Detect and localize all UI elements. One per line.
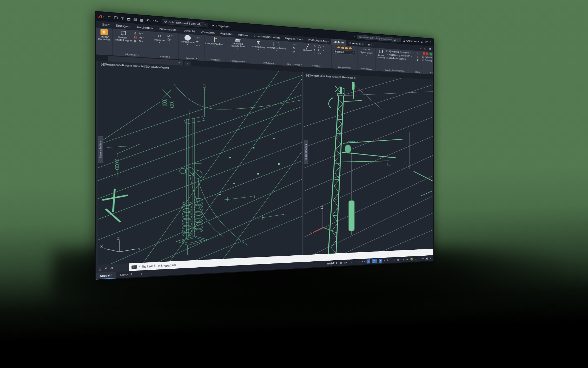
- letzte-ansicht-button[interactable]: ❏ Letzte Ansicht: [376, 49, 386, 59]
- open-file-icon[interactable]: ❒: [114, 16, 118, 20]
- slash-switch-icon[interactable]: ╱▾: [318, 52, 321, 55]
- edit-mast-icon[interactable]: ⊕: [196, 40, 200, 43]
- filter-icon[interactable]: ≋: [422, 257, 424, 260]
- sign-in-button[interactable]: Anmelden ▾: [403, 39, 419, 43]
- graphics-performance-icon[interactable]: [411, 258, 413, 260]
- print-icon[interactable]: ▦: [140, 18, 143, 22]
- viewport-wireframe[interactable]: [-][Benutzerdefinierte Ansicht][2D-Draht…: [98, 61, 302, 265]
- annotation-scale[interactable]: 1:1▾: [391, 258, 395, 262]
- objekt-objekt-button[interactable]: Objekt-Objekt ▾: [358, 51, 374, 57]
- doc-export-icon[interactable]: [433, 53, 433, 56]
- assembly-helmet-icons[interactable]: [337, 46, 352, 50]
- units-icon[interactable]: Dc: [406, 257, 409, 261]
- lock-a-icon[interactable]: Ω●▾: [167, 34, 173, 37]
- close-icon[interactable]: ✕: [429, 47, 431, 50]
- bolt-switch-icon[interactable]: ↯: [322, 49, 325, 51]
- properties-palette-tab[interactable]: Eigenschaften: [304, 140, 308, 164]
- ortho-mode-icon[interactable]: ∟: [351, 260, 354, 264]
- object-snap-tracking-icon[interactable]: ⌖: [384, 259, 385, 262]
- static-load-icon[interactable]: ⇣: [416, 52, 418, 55]
- ankerbolzen-button[interactable]: Block mit Ankerbolzen ▾: [226, 38, 249, 51]
- new-file-icon[interactable]: ▢: [108, 15, 111, 19]
- bahnstromleitung-button[interactable]: |⌒| Bahnstromleitung ▾: [267, 41, 287, 53]
- annotation-monitor-icon[interactable]: ＋: [402, 258, 405, 261]
- globe-tool-icon[interactable]: ◍: [134, 39, 137, 43]
- grid-display-icon[interactable]: ▦: [340, 261, 342, 265]
- properties-palette-tab[interactable]: Eigenschaften: [98, 136, 103, 163]
- projekteinstellungen-button[interactable]: ❒ Projekt- einstellungen: [114, 30, 133, 42]
- flag-b-icon[interactable]: ⚑▾: [293, 47, 296, 50]
- autodesk-icon[interactable]: Ⓐ: [425, 40, 428, 44]
- 3d-osnap-icon[interactable]: Å: [387, 259, 388, 262]
- posts-icon[interactable]: ‖▾: [293, 50, 296, 53]
- pdf-import-icon[interactable]: [426, 52, 428, 55]
- tab-close-icon[interactable]: ✕: [178, 61, 180, 64]
- customize-gear-icon[interactable]: ⚙: [110, 266, 114, 270]
- autocad-logo-icon[interactable]: A: [98, 14, 103, 20]
- leuchtenaufsatz-button[interactable]: Leuchtenaufsatz ▾: [206, 36, 224, 48]
- flag-a-icon[interactable]: ⚐▾: [293, 43, 296, 46]
- isodraft-icon[interactable]: ✕▾: [361, 260, 365, 264]
- pdf-export-icon[interactable]: [423, 52, 425, 55]
- undo-icon[interactable]: ↶▾: [146, 18, 151, 22]
- half-switch-icon[interactable]: ◔: [322, 45, 325, 48]
- minimize-icon[interactable]: –: [420, 47, 421, 50]
- stamp-tool-icon[interactable]: ✎▾: [138, 32, 143, 35]
- swap-tool-icon[interactable]: ⋈▾: [138, 36, 143, 39]
- search-icon[interactable]: [394, 39, 395, 41]
- bestand-dropdown[interactable]: Bestand ▾: [333, 49, 355, 55]
- collapse-arrow-icon[interactable]: ◂: [354, 35, 355, 37]
- polar-tracking-icon[interactable]: ⌒▾: [355, 260, 359, 264]
- winkelmast-button[interactable]: Winkelmast ▾: [180, 35, 195, 47]
- help-icon[interactable]: ?: [430, 41, 432, 44]
- xls-export-icon[interactable]: [430, 53, 432, 55]
- posts-switch-icon[interactable]: ‖: [314, 48, 316, 51]
- double-mast-icon[interactable]: ∞▾: [196, 44, 200, 47]
- measure-tool-icon[interactable]: ∡: [134, 32, 137, 35]
- dim-bracket-icon[interactable]: ⊢—⊣: [363, 48, 370, 51]
- repair-tool-icon[interactable]: ⚒▾: [138, 40, 143, 43]
- prompt-icon[interactable]: >_: [131, 265, 137, 269]
- eraser-tool-icon[interactable]: ◧: [134, 35, 137, 39]
- clean-screen-icon[interactable]: ▯: [419, 257, 420, 261]
- drag-handle-icon[interactable]: [99, 267, 102, 270]
- null-switch-icon[interactable]: ⌀: [318, 48, 321, 51]
- isolate-objects-icon[interactable]: ❐: [415, 257, 417, 261]
- close-command-icon[interactable]: ✕: [104, 267, 107, 270]
- tabelle-lesen-button[interactable]: ▤ Tabelle lesen▾: [422, 59, 433, 63]
- tab-start[interactable]: Start: [99, 21, 113, 29]
- rotate-switch-icon[interactable]: ↻: [314, 45, 316, 48]
- recent-commands-caret-icon[interactable]: ▾: [139, 266, 140, 268]
- fahrleitung-button[interactable]: ⊞ Fahrleitung ▾: [251, 40, 266, 51]
- workspace-gear-icon[interactable]: ⚙▾: [397, 258, 400, 262]
- app-store-cart-icon[interactable]: ⊟: [421, 40, 423, 43]
- plot-icon[interactable]: ▤: [133, 17, 137, 21]
- share-button[interactable]: ✈ Freigeben: [212, 24, 230, 28]
- snap-tracking-icon[interactable]: ⌖: [379, 259, 382, 263]
- object-snap-icon[interactable]: ▢▾: [372, 259, 377, 263]
- u-bolt-icon[interactable]: ∪: [167, 42, 173, 45]
- tab-modell[interactable]: Modell: [96, 272, 116, 280]
- new-layout-button[interactable]: ＋: [137, 270, 146, 277]
- maximize-icon[interactable]: □: [424, 47, 426, 50]
- save-icon[interactable]: ◫: [121, 16, 124, 20]
- lock-b-icon[interactable]: Ω▾: [167, 38, 173, 41]
- dynamic-input-icon[interactable]: ∠: [367, 259, 370, 263]
- app-menu-caret-icon[interactable]: ▾: [103, 16, 104, 18]
- save-as-icon[interactable]: ⬒: [127, 17, 131, 21]
- laden-entladen-button[interactable]: ⇅ Laden/ Entladen: [97, 29, 111, 41]
- redo-icon[interactable]: ↷▾: [153, 19, 158, 23]
- viewport-divider[interactable]: [302, 72, 304, 255]
- fullscreen-icon[interactable]: ▣: [426, 256, 428, 260]
- half-mast-icon[interactable]: ◑▾: [196, 36, 200, 39]
- klemme-button[interactable]: ∩ Klemme ▾: [153, 33, 167, 44]
- ribbon-display-toggle[interactable]: ▣ ▾: [366, 41, 373, 48]
- snap-mode-icon[interactable]: ∷▾: [344, 261, 347, 265]
- hook-switch-icon[interactable]: ⌇: [314, 51, 316, 54]
- viewport-realistic[interactable]: [-][Benutzerdefinierte Ansicht][Realisti…: [304, 72, 433, 255]
- static-sum-icon[interactable]: ⇟: [416, 59, 418, 61]
- schalter-button[interactable]: ╱ Schalter: [302, 43, 313, 52]
- customization-menu-icon[interactable]: ≡: [430, 256, 431, 260]
- static-temp-icon[interactable]: ⇣: [416, 55, 418, 58]
- circle-switch-icon[interactable]: ◯: [318, 45, 321, 48]
